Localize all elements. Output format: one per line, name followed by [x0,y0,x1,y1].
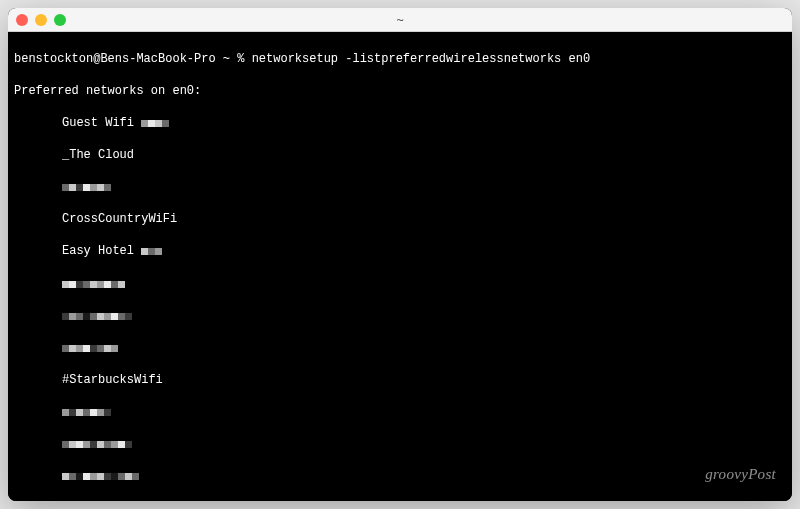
network-name: Easy Hotel [62,245,141,259]
network-item [14,308,786,324]
command-text: networksetup -listpreferredwirelessnetwo… [252,52,590,66]
network-name: Guest Wifi [62,116,141,130]
terminal-window: ~ benstockton@Bens-MacBook-Pro ~ % netwo… [8,8,792,501]
close-icon[interactable] [16,14,28,26]
network-item [14,340,786,356]
network-item: Easy Hotel [14,243,786,259]
redacted-icon [62,180,111,196]
network-item [14,276,786,292]
redacted-icon [62,341,118,357]
watermark: groovyPost [705,466,776,483]
redacted-icon [141,244,162,260]
network-item [14,436,786,452]
window-title: ~ [396,13,403,27]
network-item [14,468,786,484]
redacted-icon [62,405,111,421]
network-item: _The Cloud [14,147,786,163]
minimize-icon[interactable] [35,14,47,26]
network-item [14,179,786,195]
redacted-icon [62,309,132,325]
terminal-viewport[interactable]: benstockton@Bens-MacBook-Pro ~ % network… [8,32,792,501]
prompt: benstockton@Bens-MacBook-Pro ~ % [14,52,252,66]
output-header: Preferred networks on en0: [14,83,786,99]
redacted-icon [62,469,139,485]
network-item: CrossCountryWiFi [14,211,786,227]
prompt-line: benstockton@Bens-MacBook-Pro ~ % network… [14,51,786,67]
network-item [14,404,786,420]
redacted-icon [141,116,169,132]
redacted-icon [62,437,132,453]
titlebar: ~ [8,8,792,32]
network-item: Guest Wifi [14,115,786,131]
redacted-icon [62,277,125,293]
network-item: #StarbucksWifi [14,372,786,388]
maximize-icon[interactable] [54,14,66,26]
window-controls [16,14,66,26]
